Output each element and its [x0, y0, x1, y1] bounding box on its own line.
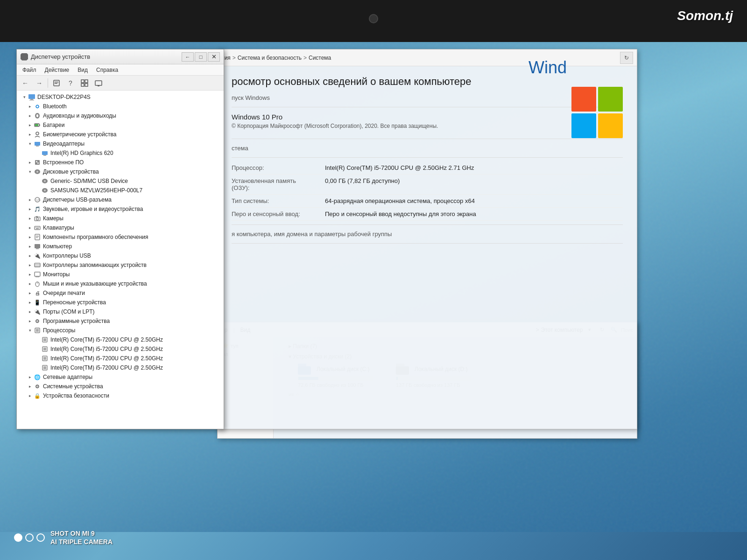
video-label: Видеоадаптеры: [43, 140, 85, 147]
tree-item-usb-ctrl[interactable]: ▸ USB Диспетчеры USB-разъема: [19, 195, 222, 204]
ports-label: Порты (COM и LPT): [43, 308, 95, 315]
scan-button[interactable]: [78, 77, 91, 89]
refresh-button[interactable]: ↻: [620, 52, 633, 64]
tree-item-software[interactable]: ▸ Компоненты программного обеспечения: [19, 232, 222, 242]
menu-help[interactable]: Справка: [92, 66, 122, 74]
tree-item-computer[interactable]: ▸ Компьютер: [19, 242, 222, 251]
tree-item-biometric[interactable]: ▸ Биометрические устройства: [19, 130, 222, 139]
win-logo-red: [571, 87, 596, 112]
win-logo-yellow: [598, 113, 623, 138]
storage-icon: [34, 261, 41, 269]
network-label: Сетевые адаптеры: [43, 374, 92, 380]
svg-rect-13: [36, 114, 38, 117]
display-button[interactable]: [92, 77, 105, 89]
menu-file[interactable]: Файл: [19, 66, 40, 74]
menu-view[interactable]: Вид: [74, 66, 92, 74]
tree-item-firmware[interactable]: ▸ Встроенное ПО: [19, 158, 222, 167]
sysinfo-row-type: Тип системы: 64-разрядная операционная с…: [232, 195, 623, 208]
divider4: [232, 224, 623, 225]
tree-item-samsung[interactable]: ▸ SAMSUNG MZVLW256HEHP-000L7: [19, 186, 222, 195]
cpu-label: Процессоры: [43, 327, 76, 334]
root-label: DESKTOP-DK22P4S: [37, 94, 91, 100]
sys-icon: ⚙: [34, 383, 41, 390]
tree-item-portable[interactable]: ▸ 📱 Переносные устройства: [19, 298, 222, 307]
dot-3: [36, 533, 45, 542]
svg-rect-52: [35, 277, 39, 277]
tree-item-audio[interactable]: ▸ Аудиовходы и аудиовыходы: [19, 111, 222, 120]
tree-item-cpu1[interactable]: ▸ Intel(R) Core(TM) i5-7200U CPU @ 2.50G…: [19, 335, 222, 344]
svg-rect-2: [55, 83, 57, 84]
device-manager-titlebar[interactable]: Диспетчер устройств ← □ ✕: [17, 49, 224, 64]
device-manager-toolbar: ← → ?: [17, 76, 224, 91]
svg-rect-50: [35, 272, 40, 276]
tree-item-camera[interactable]: ▸ Камеры: [19, 214, 222, 223]
close-button[interactable]: ✕: [208, 52, 220, 62]
tree-item-sw-dev[interactable]: ▸ ⚙ Программные устройства: [19, 316, 222, 326]
keyboard-icon: [34, 224, 41, 231]
shot-dots: [14, 533, 45, 542]
audio-icon: [34, 112, 41, 119]
svg-rect-39: [38, 227, 39, 228]
cpu1-label: Intel(R) Core(TM) i5-7200U CPU @ 2.50GHz: [50, 336, 163, 343]
tree-item-sd[interactable]: ▸ Generic- SD/MMC USB Device: [19, 176, 222, 186]
tree-item-cpu[interactable]: ▾ Процессоры: [19, 326, 222, 335]
tree-item-battery[interactable]: ▸ Батареи: [19, 120, 222, 130]
divider1: [232, 107, 623, 107]
maximize-button[interactable]: □: [195, 52, 207, 62]
system-info-panel: Wind ния > Система и безопасность > Сист…: [217, 49, 637, 429]
svg-rect-42: [36, 236, 39, 236]
cpu-value: Intel(R) Core(TM) i5-7200U CPU @ 2.50GHz…: [325, 164, 623, 171]
windows-logo: [571, 87, 623, 138]
tree-item-bluetooth[interactable]: ▸ ⭘ Bluetooth: [19, 102, 222, 111]
tree-item-usb-ctrl2[interactable]: ▸ 🔌 Контроллеры USB: [19, 251, 222, 260]
shot-watermark: SHOT ON MI 9 AI TRIPLE CAMERA: [14, 529, 113, 546]
tree-item-sound[interactable]: ▸ 🎵 Звуковые, игровые и видеоустройства: [19, 204, 222, 214]
computer-icon: [28, 93, 35, 101]
tree-root[interactable]: ▾ DESKTOP-DK22P4S: [19, 92, 222, 102]
tree-item-video[interactable]: ▾ Видеоадаптеры: [19, 139, 222, 148]
svg-rect-20: [42, 151, 48, 155]
battery-label: Батареи: [43, 122, 64, 128]
device-tree[interactable]: ▾ DESKTOP-DK22P4S ▸ ⭘ Bluetooth ▸ Аудиов…: [17, 91, 224, 429]
tree-item-cpu4[interactable]: ▸ Intel(R) Core(TM) i5-7200U CPU @ 2.50G…: [19, 363, 222, 372]
breadcrumb-part3: Система: [309, 55, 331, 61]
tree-item-monitors[interactable]: ▸ Мониторы: [19, 270, 222, 279]
portable-icon: 📱: [34, 299, 41, 306]
help-button[interactable]: ?: [64, 77, 77, 89]
tree-item-disk[interactable]: ▾ Дисковые устройства: [19, 167, 222, 176]
toolbar-separator: [48, 78, 48, 88]
tree-item-print[interactable]: ▸ 🖨 Очереди печати: [19, 288, 222, 298]
cpu1-icon: [41, 336, 49, 343]
sys-label: Системные устройства: [43, 383, 103, 390]
svg-rect-45: [35, 244, 40, 248]
camera-label: Камеры: [43, 215, 63, 222]
video-icon: [34, 140, 41, 147]
tree-item-cpu3[interactable]: ▸ Intel(R) Core(TM) i5-7200U CPU @ 2.50G…: [19, 354, 222, 363]
tree-item-sys[interactable]: ▸ ⚙ Системные устройства: [19, 382, 222, 391]
ports-icon: 🔌: [34, 308, 41, 315]
os-copyright: © Корпорация Майкрософт (Microsoft Corpo…: [232, 123, 623, 129]
back-button[interactable]: ←: [19, 77, 32, 89]
svg-rect-65: [43, 357, 46, 360]
svg-point-17: [36, 132, 39, 135]
expand-bluetooth: ▸: [26, 103, 34, 110]
tree-item-ports[interactable]: ▸ 🔌 Порты (COM и LPT): [19, 307, 222, 316]
properties-button[interactable]: [50, 77, 63, 89]
tree-item-mice[interactable]: ▸ Мыши и иные указывающие устройства: [19, 279, 222, 288]
tree-item-security[interactable]: ▸ 🔒 Устройства безопасности: [19, 391, 222, 400]
tree-item-storage[interactable]: ▸ Контроллеры запоминающих устройств: [19, 260, 222, 270]
dot-2: [25, 533, 34, 542]
tree-item-cpu2[interactable]: ▸ Intel(R) Core(TM) i5-7200U CPU @ 2.50G…: [19, 344, 222, 354]
printer-icon: 🖨: [34, 289, 41, 297]
forward-button[interactable]: →: [33, 77, 46, 89]
svg-rect-6: [85, 84, 88, 86]
menu-action[interactable]: Действие: [41, 66, 73, 74]
tree-item-keyboard[interactable]: ▸ Клавиатуры: [19, 223, 222, 232]
sd-icon: [41, 177, 49, 185]
minimize-button[interactable]: ←: [182, 52, 194, 62]
samsung-label: SAMSUNG MZVLW256HEHP-000L7: [50, 187, 142, 194]
tree-item-network[interactable]: ▸ 🌐 Сетевые адаптеры: [19, 372, 222, 382]
tree-item-intel-graphics[interactable]: ▸ Intel(R) HD Graphics 620: [19, 148, 222, 158]
svg-rect-19: [36, 146, 39, 147]
svg-rect-63: [43, 348, 46, 350]
